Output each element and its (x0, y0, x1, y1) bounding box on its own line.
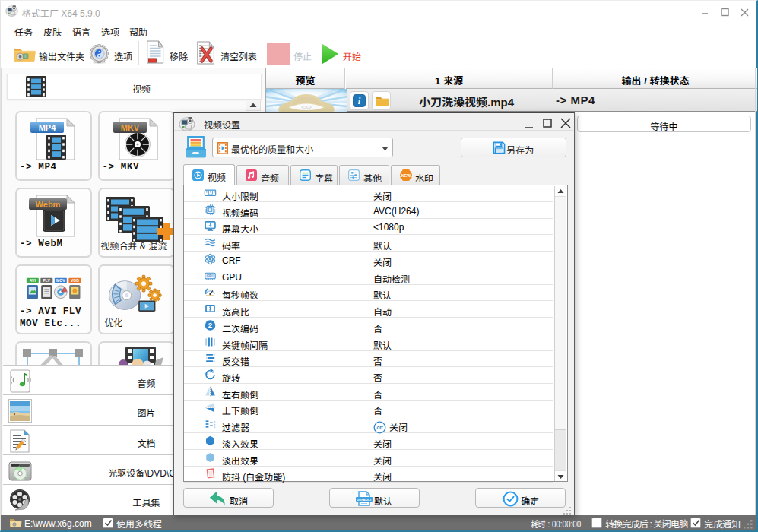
svg-text:2: 2 (208, 321, 212, 329)
svg-text:MOV: MOV (56, 278, 65, 283)
svg-text:MP4: MP4 (39, 122, 57, 131)
svg-text:i: i (358, 96, 361, 106)
svg-text:mm: mm (208, 193, 212, 196)
svg-text:NEW: NEW (401, 173, 412, 178)
svg-text:AVI: AVI (30, 278, 36, 283)
svg-text:VOB: VOB (71, 278, 79, 283)
svg-text:GPU: GPU (206, 274, 214, 278)
svg-text:MKV: MKV (120, 122, 139, 131)
svg-text:off: off (376, 425, 383, 430)
svg-text:Webm: Webm (36, 199, 61, 208)
svg-text:FLV: FLV (43, 278, 51, 283)
svg-text:DEFAULT: DEFAULT (357, 498, 372, 502)
